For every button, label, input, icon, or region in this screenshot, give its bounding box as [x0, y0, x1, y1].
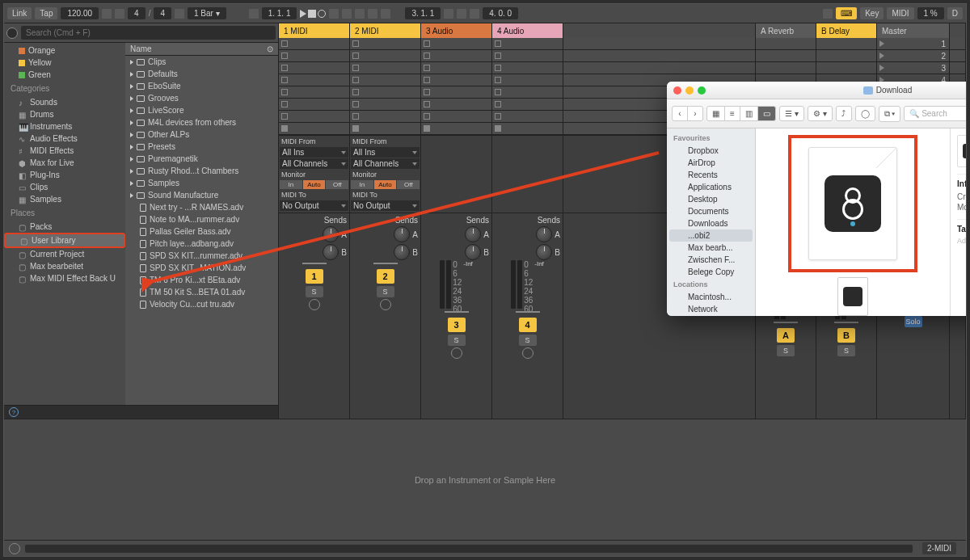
category-plug-ins[interactable]: ◧Plug-Ins: [4, 169, 125, 181]
clip-slot[interactable]: [421, 50, 491, 62]
folder-item[interactable]: Samples: [125, 177, 278, 189]
send-a-knob[interactable]: [394, 226, 410, 242]
action-button[interactable]: ⚙ ▾: [808, 106, 833, 121]
midi-to-select[interactable]: No Output: [351, 200, 420, 211]
send-b-knob[interactable]: [323, 244, 339, 260]
folder-item[interactable]: EboSuite: [125, 80, 278, 92]
tempo-display[interactable]: 120.00: [61, 7, 99, 19]
file-item[interactable]: Next try - ...R NAMES.adv: [125, 201, 278, 213]
category-max-for-live[interactable]: ⬢Max for Live: [4, 157, 125, 169]
disclosure-triangle-icon[interactable]: [130, 157, 133, 162]
send-a-knob[interactable]: [465, 226, 481, 242]
track-activator[interactable]: A: [777, 328, 795, 343]
arrange-position[interactable]: 1. 1. 1: [262, 7, 297, 19]
pan-control[interactable]: [445, 311, 469, 313]
follow-icon[interactable]: [249, 9, 259, 19]
scene-launch-button[interactable]: 3: [877, 62, 949, 74]
sidebar-item-max-bearb-[interactable]: Max bearb...: [667, 242, 755, 254]
category-midi-effects[interactable]: ♯MIDI Effects: [4, 145, 125, 157]
window-zoom-button[interactable]: [698, 86, 706, 95]
stop-clip-button[interactable]: [279, 123, 349, 135]
disclosure-triangle-icon[interactable]: [130, 193, 133, 198]
file-item[interactable]: Pallas Geiler Bass.adv: [125, 225, 278, 238]
draw-mode-icon[interactable]: [823, 9, 833, 19]
solo-button[interactable]: S: [837, 345, 855, 356]
folder-item[interactable]: Puremagnetik: [125, 153, 278, 165]
disclosure-triangle-icon[interactable]: [130, 169, 133, 174]
clip-slot[interactable]: [492, 86, 563, 99]
view-icon-button[interactable]: ▦: [706, 106, 725, 121]
collapse-browser-button[interactable]: [6, 27, 18, 39]
view-column-button[interactable]: ▥: [740, 106, 758, 121]
help-button[interactable]: ?: [9, 407, 19, 417]
clip-slot[interactable]: [279, 38, 349, 50]
timesig-num[interactable]: 4: [128, 7, 146, 19]
arrange-button[interactable]: ☰ ▾: [779, 106, 804, 121]
track-activator[interactable]: 1: [306, 269, 323, 284]
send-a-knob[interactable]: [536, 226, 552, 242]
play-button[interactable]: [300, 10, 306, 18]
place-packs[interactable]: ▢Packs: [4, 221, 125, 233]
sidebar-item-airdrop[interactable]: AirDrop: [667, 157, 755, 169]
scene-launch-button[interactable]: 2: [877, 50, 949, 62]
loop-length[interactable]: 4. 0. 0: [483, 7, 518, 19]
loop-switch-icon[interactable]: [457, 9, 466, 19]
track-activator[interactable]: 4: [519, 318, 537, 332]
place-max-bearbeitet[interactable]: ▢Max bearbeitet: [4, 260, 125, 272]
solo-button[interactable]: S: [377, 286, 394, 297]
track-activator[interactable]: 3: [448, 318, 466, 332]
category-clips[interactable]: ▭Clips: [4, 181, 125, 193]
sidebar-item-network[interactable]: Network: [667, 303, 755, 315]
midi-map-button[interactable]: MIDI: [887, 7, 913, 19]
send-b-knob[interactable]: [536, 244, 552, 260]
place-user-library[interactable]: ▢User Library: [4, 233, 125, 248]
sidebar-item-zwischen-f-[interactable]: Zwischen F...: [667, 254, 755, 266]
link-button[interactable]: Link: [7, 7, 32, 19]
file-item[interactable]: TM 6 Pro Ki...xt BEta.adv: [125, 274, 278, 286]
category-samples[interactable]: ▦Samples: [4, 193, 125, 205]
search-input[interactable]: [21, 26, 276, 40]
category-drums[interactable]: ▦Drums: [4, 108, 125, 120]
file-item[interactable]: Pitch laye...adbang.adv: [125, 238, 278, 250]
color-label-green[interactable]: Green: [4, 69, 125, 81]
folder-item[interactable]: M4L devices from others: [125, 116, 278, 128]
color-label-orange[interactable]: Orange: [4, 44, 125, 57]
disclosure-triangle-icon[interactable]: [130, 145, 133, 149]
timesig-den[interactable]: 4: [154, 7, 171, 19]
category-instruments[interactable]: 🎹Instruments: [4, 120, 125, 133]
capture-icon[interactable]: [368, 9, 377, 19]
folder-item[interactable]: Rusty Rhod...t Chambers: [125, 165, 278, 177]
nav-forward-button[interactable]: ›: [687, 106, 703, 121]
key-map-button[interactable]: Key: [860, 7, 884, 19]
dropbox-button[interactable]: ⧉ ▾: [879, 106, 901, 122]
punch-in-icon[interactable]: [444, 9, 453, 19]
clip-slot[interactable]: [279, 111, 349, 123]
folder-item[interactable]: LiveScore: [125, 104, 278, 116]
folder-item[interactable]: Other ALPs: [125, 128, 278, 141]
track-header-midi1[interactable]: 1 MIDI: [279, 23, 350, 38]
pan-control[interactable]: [774, 322, 798, 323]
window-close-button[interactable]: [673, 86, 681, 95]
arm-button[interactable]: [451, 347, 462, 359]
monitor-buttons[interactable]: InAutoOff: [351, 180, 420, 189]
disclosure-triangle-icon[interactable]: [130, 72, 133, 77]
file-thumbnail[interactable]: [836, 277, 870, 316]
file-item[interactable]: TM 50 Kit S...BETA 01.adv: [125, 286, 278, 298]
finder-search-input[interactable]: 🔍 Search: [904, 106, 966, 121]
tap-button[interactable]: Tap: [35, 7, 57, 19]
disclosure-triangle-icon[interactable]: [130, 133, 133, 137]
midi-to-select[interactable]: No Output: [280, 200, 348, 211]
color-label-yellow[interactable]: Yellow: [4, 57, 125, 69]
clip-slot[interactable]: [421, 99, 491, 111]
nav-back-button[interactable]: ‹: [672, 106, 688, 121]
clip-slot[interactable]: [350, 86, 420, 99]
automation-arm-icon[interactable]: [342, 9, 352, 19]
session-record-icon[interactable]: [381, 9, 390, 19]
track-header-midi2[interactable]: 2 MIDI: [350, 23, 421, 38]
solo-button[interactable]: S: [448, 335, 466, 346]
solo-button[interactable]: S: [777, 345, 795, 356]
device-drop-area[interactable]: Drop an Instrument or Sample Here: [4, 419, 966, 540]
arm-button[interactable]: [309, 299, 320, 310]
share-button[interactable]: ⤴: [836, 106, 852, 121]
view-gallery-button[interactable]: ▭: [757, 106, 776, 121]
